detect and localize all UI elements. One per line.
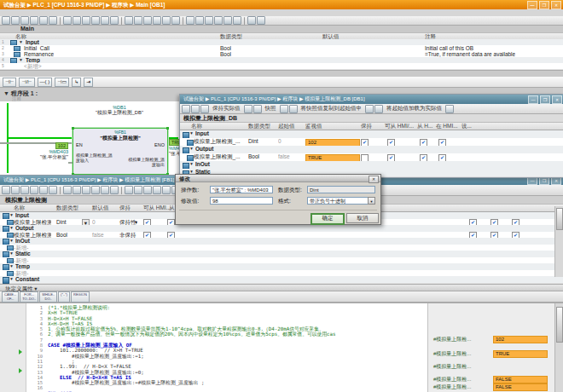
toolbar-icon[interactable] (49, 186, 57, 194)
chevron-down-icon[interactable]: ▼ (368, 197, 375, 205)
toolbar-icon[interactable] (63, 16, 72, 25)
scl-snippet-button[interactable]: FOR...TO..DO.. (20, 291, 38, 303)
modify-dialog-titlebar[interactable]: 修改 ✕ (176, 175, 380, 182)
maximize-icon[interactable]: ❐ (540, 95, 550, 104)
toolbar-icon[interactable] (121, 187, 122, 194)
scl-snippet-button[interactable]: WHILE..DO.. (39, 291, 57, 303)
row-name[interactable]: InOut (195, 161, 248, 167)
db-breadcrumb[interactable]: 试验台架 ▶ PLC_1 [CPU 1516-3 PN/DP] ▶ 程序块 ▶ … (183, 96, 365, 101)
toolbar-icon[interactable] (125, 16, 133, 25)
lad-instruction-icon[interactable]: ↳ (72, 78, 81, 87)
toolbar-icon[interactable] (11, 186, 20, 194)
ok-button[interactable]: 确定 (311, 213, 345, 225)
toolbar-icon[interactable] (186, 16, 194, 25)
scl-code-editor[interactable]: 1234567891011121314151617 (*1.*模拟量上限检测说明… (0, 303, 563, 392)
inline-monitor-row[interactable]: #模拟量上限检...TRUE (433, 350, 549, 358)
toolbar-icon[interactable] (30, 186, 38, 194)
toolbar-icon[interactable] (445, 105, 454, 113)
bookmark-icon[interactable] (19, 349, 22, 355)
toolbar-icon[interactable] (257, 16, 265, 25)
toolbar-icon[interactable] (134, 186, 142, 194)
operand-field[interactable]: "张.平分桥室" : %MD403 (210, 186, 273, 193)
toolbar-icon[interactable] (162, 186, 171, 194)
toolbar-button[interactable]: 快照 (265, 105, 276, 112)
toolbar-icon[interactable] (91, 16, 100, 25)
toolbar-icon[interactable] (214, 16, 223, 25)
main-window-titlebar[interactable]: 试验台架 ▶ PLC_1 [CPU 1516-3 PN/DP] ▶ 程序块 ▶ … (0, 0, 563, 9)
inline-monitor-row[interactable]: #模拟量上限检...FALSE (433, 383, 549, 391)
toolbar-icon[interactable] (20, 186, 29, 194)
input-pin-label[interactable]: 模拟量上限检测_温度输入 (76, 153, 115, 163)
chevron-down-icon[interactable]: ▼ (9, 263, 14, 268)
table-row[interactable]: ▼Constant (0, 276, 563, 284)
toolbar-icon[interactable] (73, 186, 81, 194)
toolbar-icon[interactable] (205, 16, 213, 25)
chevron-down-icon[interactable]: ▼ (189, 130, 194, 135)
toolbar-icon[interactable] (365, 105, 374, 113)
table-row[interactable]: 5<新增> (0, 63, 563, 70)
inline-monitor-row[interactable]: #模拟量上限检... (433, 363, 549, 371)
row-name[interactable]: Input (195, 130, 248, 136)
toolbar-icon[interactable] (195, 16, 204, 25)
minimize-icon[interactable]: — (528, 95, 538, 104)
toolbar-icon[interactable] (143, 186, 152, 194)
row-datatype[interactable]: Dint (248, 138, 258, 144)
row-name[interactable]: Temp (15, 263, 53, 269)
row-datatype[interactable]: Bool (220, 51, 231, 57)
fb-breadcrumb[interactable]: 试验台架 ▶ PLC_1 [CPU 1516-3 PN/DP] ▶ 程序块 ▶ … (3, 177, 174, 182)
toolbar-button[interactable]: 将起始值加载为实际值 (386, 105, 442, 112)
chevron-down-icon[interactable]: ▼ (9, 238, 14, 243)
maximize-icon[interactable]: ❐ (539, 1, 549, 9)
toolbar-icon[interactable] (253, 105, 262, 113)
monitor-value[interactable]: 102 (493, 336, 548, 343)
row-name[interactable]: Constant (15, 276, 53, 282)
toolbar-icon[interactable] (101, 16, 109, 25)
row-name[interactable]: Input (26, 39, 39, 45)
toolbar-icon[interactable] (233, 16, 241, 25)
row-name[interactable]: InOut (15, 238, 53, 244)
format-select[interactable]: 带正负号十进制 (307, 197, 375, 205)
toolbar-icon[interactable] (101, 186, 109, 194)
toolbar-icon[interactable] (280, 105, 288, 113)
close-icon[interactable]: ✕ (552, 95, 562, 104)
scl-snippet-button[interactable]: REGION (71, 291, 90, 303)
close-icon[interactable]: ✕ (369, 176, 379, 183)
chevron-down-icon[interactable]: ▼ (9, 212, 14, 217)
row-default-value[interactable]: false (92, 232, 104, 238)
inline-monitor-row[interactable]: #模拟量上限检...102 (433, 336, 549, 343)
toolbar-icon[interactable] (30, 16, 38, 25)
toolbar-icon[interactable] (171, 16, 180, 25)
row-datatype[interactable]: Dint (56, 219, 67, 225)
toolbar-icon[interactable] (49, 16, 57, 25)
toolbar-icon[interactable] (289, 105, 298, 113)
row-name[interactable]: Remanence (24, 51, 54, 57)
monitor-value[interactable]: TRUE (493, 350, 548, 358)
scl-snippet-button[interactable]: (*..*) (58, 291, 70, 303)
toolbar-icon[interactable] (134, 16, 142, 25)
toolbar-icon[interactable] (82, 186, 90, 194)
monitor-value[interactable]: FALSE (493, 383, 548, 391)
row-default-value[interactable]: 0 (92, 219, 96, 225)
toolbar-icon[interactable] (162, 16, 171, 25)
tab-main[interactable]: Main (20, 26, 34, 32)
code-scrollbar[interactable] (554, 303, 563, 392)
lad-instruction-icon[interactable]: ⇥ (84, 78, 93, 87)
toolbar-icon[interactable] (182, 105, 190, 113)
chevron-down-icon[interactable]: ▼ (189, 146, 194, 151)
toolbar-icon[interactable] (110, 16, 119, 25)
chevron-down-icon[interactable]: ▼ (9, 276, 14, 281)
db-window-titlebar[interactable]: 试验台架 ▶ PLC_1 [CPU 1516-3 PN/DP] ▶ 程序块 ▶ … (180, 95, 563, 104)
toolbar-icon[interactable] (60, 17, 61, 25)
toolbar-icon[interactable] (153, 186, 161, 194)
row-name[interactable]: 模拟量上限检测_... (194, 138, 247, 146)
lad-instruction-icon[interactable]: ⊣⊢ (3, 78, 16, 87)
toolbar-icon[interactable] (191, 105, 200, 113)
row-comment[interactable]: =True, if remanent data are available (425, 51, 515, 57)
toolbar-icon[interactable] (39, 16, 48, 25)
toolbar-icon[interactable] (183, 17, 183, 25)
toolbar-icon[interactable] (73, 16, 81, 25)
bookmark-icon[interactable] (19, 368, 22, 373)
lad-instruction-icon[interactable]: —( ) (38, 78, 53, 87)
toolbar-icon[interactable] (374, 105, 383, 113)
toolbar-icon[interactable] (2, 16, 10, 25)
